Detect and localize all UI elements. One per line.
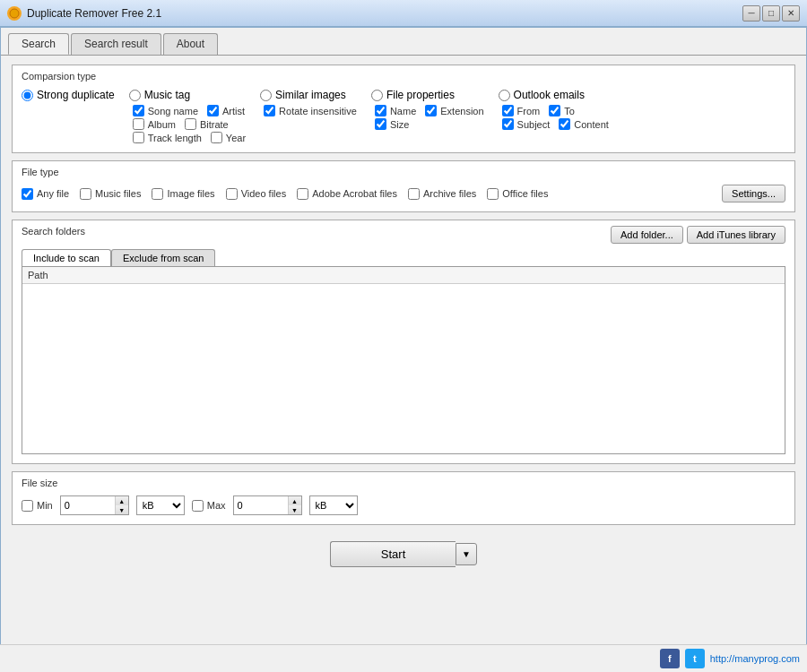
album-label[interactable]: Album [133, 118, 176, 130]
song-name-label[interactable]: Song name [133, 105, 198, 116]
to-check[interactable] [549, 105, 560, 116]
name-label[interactable]: Name [375, 105, 416, 116]
min-spin-down[interactable]: ▼ [116, 505, 128, 514]
close-button[interactable]: ✕ [782, 5, 800, 22]
strong-duplicate-radio[interactable] [22, 90, 33, 101]
facebook-icon[interactable]: f [660, 649, 680, 668]
from-check[interactable] [502, 105, 514, 116]
from-text: From [517, 106, 541, 116]
extension-label[interactable]: Extension [425, 105, 483, 116]
tab-search[interactable]: Search [8, 33, 69, 55]
album-check[interactable] [133, 118, 144, 130]
include-scan-tab[interactable]: Include to scan [22, 249, 111, 266]
add-folder-button[interactable]: Add folder... [611, 226, 683, 244]
bitrate-label[interactable]: Bitrate [185, 118, 229, 130]
min-check[interactable] [22, 500, 33, 512]
file-props-radio[interactable] [371, 90, 383, 101]
rotate-text: Rotate insensitive [279, 106, 357, 116]
folder-list[interactable]: Path [22, 266, 785, 454]
year-check[interactable] [211, 132, 222, 143]
strong-duplicate-label[interactable]: Strong duplicate [22, 89, 115, 101]
track-length-label[interactable]: Track length [133, 132, 202, 143]
min-label-text: Min [37, 500, 53, 511]
folder-buttons: Add folder... Add iTunes library [611, 226, 785, 244]
file-size-row: Min ▲ ▼ kB Bytes MB GB Max [22, 495, 785, 515]
minimize-button[interactable]: ─ [742, 5, 760, 22]
music-row2: Album Bitrate [133, 118, 246, 130]
song-name-check[interactable] [133, 105, 144, 116]
track-length-check[interactable] [133, 132, 144, 143]
acrobat-files-check[interactable] [297, 188, 308, 200]
office-files-label[interactable]: Office files [487, 188, 548, 200]
from-label[interactable]: From [502, 105, 541, 116]
tab-about[interactable]: About [163, 33, 218, 55]
year-label[interactable]: Year [211, 132, 246, 143]
maximize-button[interactable]: □ [762, 5, 780, 22]
max-check[interactable] [192, 500, 204, 512]
content-label[interactable]: Content [559, 118, 609, 130]
image-files-label[interactable]: Image files [152, 188, 214, 200]
any-file-text: Any file [37, 188, 69, 199]
folder-list-header: Path [22, 267, 785, 284]
similar-images-radio[interactable] [260, 90, 272, 101]
settings-button[interactable]: Settings... [722, 185, 785, 202]
add-itunes-button[interactable]: Add iTunes library [687, 226, 785, 244]
image-files-check[interactable] [152, 188, 163, 200]
video-files-label[interactable]: Video files [226, 188, 287, 200]
file-type-row: Any file Music files Image files Video f… [22, 185, 785, 202]
archive-files-check[interactable] [408, 188, 420, 200]
outlook-radio[interactable] [499, 90, 510, 101]
rotate-label[interactable]: Rotate insensitive [264, 105, 357, 116]
artist-check[interactable] [207, 105, 219, 116]
music-files-check[interactable] [80, 188, 91, 200]
twitter-icon[interactable]: t [685, 649, 705, 668]
name-check[interactable] [375, 105, 386, 116]
tab-search-result[interactable]: Search result [71, 33, 161, 55]
office-files-check[interactable] [487, 188, 499, 200]
max-check-label[interactable]: Max [192, 500, 226, 512]
file-props-label[interactable]: File properties [371, 89, 484, 101]
rotate-check[interactable] [264, 105, 275, 116]
website-url[interactable]: http://manyprog.com [710, 653, 800, 664]
subject-label[interactable]: Subject [502, 118, 551, 130]
any-file-check[interactable] [22, 188, 33, 200]
size-label[interactable]: Size [375, 118, 409, 130]
music-files-label[interactable]: Music files [80, 188, 141, 200]
extension-check[interactable] [425, 105, 437, 116]
max-unit-select[interactable]: kB Bytes MB GB [309, 495, 358, 515]
archive-files-text: Archive files [423, 188, 476, 199]
video-files-check[interactable] [226, 188, 238, 200]
content-check[interactable] [559, 118, 570, 130]
acrobat-files-label[interactable]: Adobe Acrobat files [297, 188, 397, 200]
min-unit-select[interactable]: kB Bytes MB GB [136, 495, 185, 515]
bitrate-check[interactable] [185, 118, 196, 130]
to-label[interactable]: To [549, 105, 575, 116]
min-value-input[interactable] [61, 496, 115, 514]
comparison-section: Comparsion type Strong duplicate Music t… [12, 65, 795, 153]
min-check-label[interactable]: Min [22, 500, 53, 512]
acrobat-files-text: Adobe Acrobat files [312, 188, 397, 199]
subject-check[interactable] [502, 118, 514, 130]
app-icon [7, 6, 22, 21]
max-value-wrapper: ▲ ▼ [233, 495, 302, 515]
start-dropdown-button[interactable]: ▼ [456, 543, 477, 565]
artist-label[interactable]: Artist [207, 105, 245, 116]
music-tag-label[interactable]: Music tag [129, 89, 246, 101]
video-files-text: Video files [241, 188, 287, 199]
folder-list-body [22, 284, 785, 445]
max-spin-up[interactable]: ▲ [289, 496, 301, 505]
main-window: Search Search result About Comparsion ty… [0, 27, 807, 672]
window-controls: ─ □ ✕ [742, 5, 800, 22]
music-tag-radio[interactable] [129, 90, 141, 101]
similar-images-label[interactable]: Similar images [260, 89, 357, 101]
max-value-input[interactable] [234, 496, 288, 514]
max-spin-down[interactable]: ▼ [289, 505, 301, 514]
archive-files-label[interactable]: Archive files [408, 188, 476, 200]
file-type-section: File type Any file Music files Image fil… [12, 160, 795, 212]
any-file-label[interactable]: Any file [22, 188, 69, 200]
min-spin-up[interactable]: ▲ [116, 496, 128, 505]
exclude-scan-tab[interactable]: Exclude from scan [111, 249, 215, 266]
outlook-label[interactable]: Outlook emails [499, 89, 609, 101]
start-button[interactable]: Start [330, 541, 456, 567]
size-check[interactable] [375, 118, 386, 130]
